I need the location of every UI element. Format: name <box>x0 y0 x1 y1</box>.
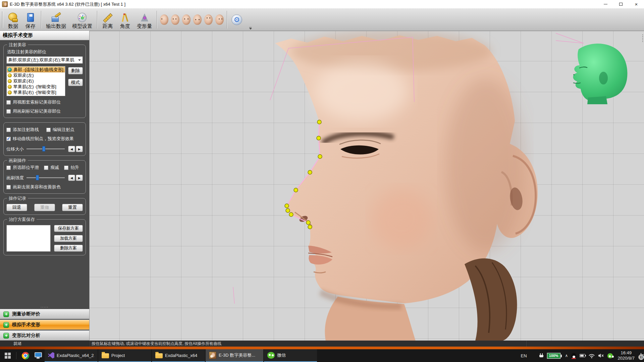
delete-plan-button[interactable]: 删除方案 <box>54 245 83 252</box>
strength-decrease-button[interactable] <box>68 175 75 181</box>
minimize-button[interactable] <box>598 0 613 8</box>
task-project-folder[interactable]: Project <box>98 349 151 362</box>
file-explorer-taskbar-button[interactable] <box>32 349 45 362</box>
curve-control-point[interactable] <box>306 221 310 225</box>
save-button[interactable]: 保存 <box>22 9 39 31</box>
slim-checkbox[interactable]: 瘦减 <box>44 165 59 171</box>
panel-splitter-handle[interactable]: ..... <box>0 304 89 308</box>
smooth-checkbox[interactable]: 所选部位平滑 <box>6 165 39 171</box>
plus-icon <box>3 333 9 339</box>
task-exdaplastic-x64-2[interactable]: ExdaPlastic_x64_2... <box>45 349 98 362</box>
spot-removal-checkbox[interactable]: 画刷去斑美容和改善肤色 <box>6 184 83 190</box>
distance-button[interactable]: 距离 <box>99 9 116 31</box>
curve-control-point[interactable] <box>317 120 321 124</box>
strength-increase-button[interactable] <box>76 175 83 181</box>
export-data-button[interactable]: 输出数据 <box>43 9 69 31</box>
chrome-taskbar-button[interactable] <box>19 349 32 362</box>
add-route-checkbox[interactable]: 添加注射路线 <box>6 127 39 133</box>
clock-date: 2020/8/7 <box>618 356 635 361</box>
tray-expand-chevron-icon[interactable]: ∧ <box>565 353 568 358</box>
displacement-decrease-button[interactable] <box>68 146 75 152</box>
battery-status-icon[interactable] <box>580 354 585 357</box>
face-view-bottom-up-button[interactable] <box>203 9 214 31</box>
list-item-apple-muscle-right[interactable]: 苹果肌(右) -[智能变形] <box>7 89 65 95</box>
lift-checkbox[interactable]: 抬升 <box>64 165 79 171</box>
delete-site-button[interactable]: 删除 <box>68 67 83 74</box>
reference-head-model[interactable] <box>573 44 628 104</box>
list-item-apple-muscle-left[interactable]: 苹果肌(左) -[智能变形] <box>7 84 65 89</box>
viewport-3d[interactable] <box>90 31 644 341</box>
data-button[interactable]: 数据 <box>4 9 22 31</box>
slider-thumb[interactable] <box>42 146 45 152</box>
displacement-increase-button[interactable] <box>76 146 83 152</box>
battery-indicator[interactable]: 100% <box>547 353 560 359</box>
brush-mark-checkbox[interactable]: 用画刷标记标记美容部位 <box>6 108 83 114</box>
patient-face-model[interactable] <box>275 31 538 341</box>
accordion-deformation-compare[interactable]: 变形比对分析 <box>0 330 89 341</box>
brush-strength-slider[interactable] <box>26 177 65 178</box>
curve-control-point[interactable] <box>318 155 322 159</box>
curve-control-point[interactable] <box>285 204 289 208</box>
curve-control-point[interactable] <box>289 213 293 217</box>
curve-control-point[interactable] <box>317 136 321 140</box>
save-plan-button[interactable]: 保存新方案 <box>54 225 83 232</box>
accordion-label: 测量诊断评价 <box>12 311 40 317</box>
load-plan-button[interactable]: 加载方案 <box>54 235 83 242</box>
wifi-icon[interactable] <box>589 353 595 358</box>
accordion-measure-diagnosis[interactable]: 测量诊断评价 <box>0 309 89 319</box>
maximize-button[interactable] <box>613 0 629 8</box>
list-item-nose[interactable]: 鼻部 -[连续注射/曲线变形] <box>7 67 65 72</box>
task-exdaplastic-folder[interactable]: ExdaPlastic_x64 <box>152 349 205 362</box>
checkbox-box <box>6 185 11 189</box>
face-view-three-quarter-left-button[interactable] <box>170 9 181 31</box>
mode-button[interactable]: 模式 <box>68 79 83 86</box>
viewport-3d-scene[interactable] <box>90 31 644 341</box>
checkbox-label: 用画刷标记标记美容部位 <box>13 108 61 114</box>
curve-control-point[interactable] <box>308 225 312 229</box>
face-view-three-quarter-left-icon <box>171 14 179 25</box>
reset-button[interactable]: 重置 <box>62 204 83 211</box>
move-control-point-checkbox[interactable]: 移动曲线控制点，预览变形效果 <box>6 136 83 142</box>
qq-icon[interactable] <box>571 353 576 359</box>
power-plug-icon[interactable] <box>539 353 544 358</box>
slider-thumb[interactable] <box>36 175 39 180</box>
face-view-three-quarter-right-button[interactable] <box>214 9 225 31</box>
displacement-slider[interactable] <box>26 148 65 149</box>
taskbar-clock[interactable]: 16:49 2020/8/7 <box>618 350 635 361</box>
plan-list-box[interactable] <box>6 225 51 252</box>
speaker-muted-icon[interactable] <box>598 353 604 358</box>
checkbox-label: 添加注射路线 <box>13 127 39 133</box>
accordion-surgery-simulation[interactable]: 模拟手术变形 <box>0 320 89 330</box>
face-view-front-button[interactable] <box>181 9 192 31</box>
injection-site-list[interactable]: 鼻部 -[连续注射/曲线变形] 双眼皮(左) 双眼皮(右) 苹果肌(左 <box>6 66 65 96</box>
list-item-eyelid-right[interactable]: 双眼皮(右) <box>7 78 65 84</box>
toolbar-overflow-arrow[interactable] <box>249 27 252 30</box>
wechat-tray-icon[interactable] <box>607 353 613 358</box>
curve-control-point[interactable] <box>308 170 312 174</box>
task-wechat[interactable]: 微信 <box>264 349 317 362</box>
redo-button[interactable]: 重做 <box>34 204 55 211</box>
injection-site-combobox[interactable]: 鼻部;双眼皮(左);双眼皮(右);苹果肌 <box>6 56 83 64</box>
viewport-grip-dots[interactable] <box>642 35 643 42</box>
curve-control-point[interactable] <box>286 208 290 213</box>
model-settings-button[interactable]: 模型设置 <box>69 9 95 31</box>
input-language-indicator[interactable]: EN <box>521 353 527 358</box>
start-button[interactable] <box>0 349 15 362</box>
deformation-button[interactable]: 变形量 <box>134 9 155 31</box>
curve-control-point[interactable] <box>294 188 298 192</box>
list-item-eyelid-left[interactable]: 双眼皮(左) <box>7 72 65 78</box>
group-legend: 治疗方案保存 <box>7 217 37 223</box>
action-center-button[interactable]: 11 <box>641 353 641 358</box>
group-legend: 画刷操作 <box>7 158 28 164</box>
angle-button[interactable]: 角度 <box>116 9 134 31</box>
undo-button[interactable]: 回退 <box>6 204 27 211</box>
task-e3d-app[interactable]: E-3D 数字美容整... <box>206 349 263 362</box>
toolbar-grip[interactable] <box>2 11 3 28</box>
face-view-left-profile-button[interactable] <box>159 9 170 31</box>
face-view-front-low-button[interactable] <box>192 9 203 31</box>
close-button[interactable]: × <box>629 0 644 8</box>
notification-badge: 11 <box>638 354 644 360</box>
edit-point-checkbox[interactable]: 编辑注射点 <box>46 127 74 133</box>
settings-button[interactable] <box>229 9 245 31</box>
lasso-mark-checkbox[interactable]: 用视图套索标记美容部位 <box>6 99 83 105</box>
